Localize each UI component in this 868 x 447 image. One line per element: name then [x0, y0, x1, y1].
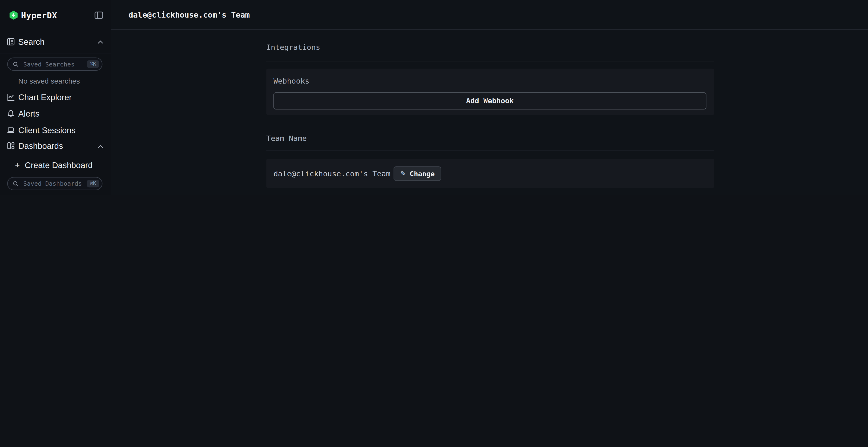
- chevron-up-icon: [97, 144, 103, 148]
- section-divider: [266, 150, 714, 150]
- saved-searches-search[interactable]: ⌘K: [7, 58, 102, 71]
- sidebar-collapse-icon[interactable]: [94, 10, 104, 21]
- main-area: dale@clickhouse.com's Team Integrations …: [111, 0, 868, 195]
- sidebar-divider: [0, 54, 111, 54]
- laptop-icon: [7, 126, 15, 134]
- team-name-value: dale@clickhouse.com's Team: [273, 169, 390, 178]
- plus-icon: +: [15, 161, 20, 170]
- create-dashboard-label: Create Dashboard: [25, 161, 93, 170]
- sidebar-item-label: Chart Explorer: [18, 92, 72, 102]
- bell-icon: [7, 110, 15, 118]
- no-saved-searches-text: No saved searches: [18, 77, 80, 85]
- sidebar: HyperDX Search ⌘K No saved searches: [0, 0, 111, 195]
- chevron-up-icon: [97, 40, 103, 44]
- sidebar-item-dashboards[interactable]: Dashboards: [0, 140, 111, 151]
- section-heading-integrations: Integrations: [266, 43, 320, 51]
- kbd-shortcut: ⌘K: [87, 60, 99, 68]
- chart-icon: [7, 93, 15, 101]
- pencil-icon: ✎: [400, 170, 406, 177]
- app-logo: HyperDX: [0, 7, 111, 24]
- section-heading-team-name: Team Name: [266, 134, 307, 143]
- sidebar-item-label: Dashboards: [18, 141, 63, 150]
- team-name-card: dale@clickhouse.com's Team ✎ Change: [266, 159, 714, 188]
- section-divider: [266, 61, 714, 61]
- sidebar-item-label: Alerts: [18, 109, 39, 118]
- search-icon: [13, 61, 19, 67]
- add-webhook-button[interactable]: Add Webhook: [273, 92, 706, 109]
- kbd-shortcut: ⌘K: [87, 180, 99, 187]
- search-section-icon: [7, 38, 15, 46]
- search-icon: [13, 181, 19, 187]
- search-section-label: Search: [18, 37, 44, 46]
- app-window: HyperDX Search ⌘K No saved searches: [0, 0, 868, 195]
- saved-searches-input[interactable]: [22, 60, 84, 68]
- change-team-name-button[interactable]: ✎ Change: [394, 166, 441, 181]
- sidebar-item-label: Client Sessions: [18, 126, 75, 135]
- sidebar-item-chart-explorer[interactable]: Chart Explorer: [0, 92, 111, 103]
- sidebar-item-alerts[interactable]: Alerts: [0, 108, 111, 119]
- page-title: dale@clickhouse.com's Team: [128, 10, 250, 20]
- app-title: HyperDX: [21, 10, 57, 21]
- webhooks-card: Webhooks Add Webhook: [266, 69, 714, 115]
- webhooks-title: Webhooks: [273, 76, 309, 85]
- change-label: Change: [410, 170, 435, 178]
- settings-content: Integrations Webhooks Add Webhook Team N…: [266, 0, 714, 195]
- sidebar-item-client-sessions[interactable]: Client Sessions: [0, 125, 111, 136]
- hyperdx-logo-icon: [9, 10, 18, 20]
- saved-dashboards-search[interactable]: ⌘K: [7, 177, 102, 190]
- create-dashboard-button[interactable]: +Create Dashboard: [15, 161, 93, 171]
- sidebar-section-search[interactable]: Search: [0, 37, 111, 49]
- saved-dashboards-input[interactable]: [22, 179, 84, 187]
- dashboard-grid-icon: [7, 142, 15, 150]
- add-webhook-label: Add Webhook: [466, 97, 514, 105]
